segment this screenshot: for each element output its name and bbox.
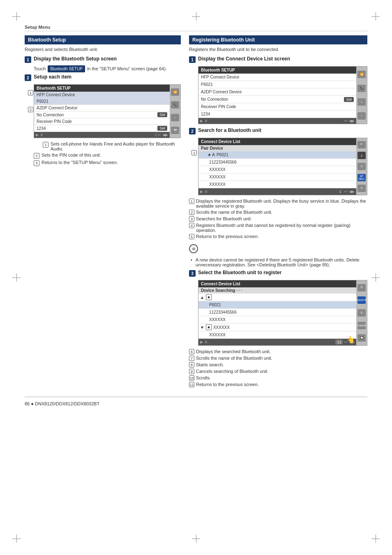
right-step3-num: 3 <box>189 270 196 277</box>
rs3-row2: 11223344556​6 <box>198 309 356 316</box>
rl2-item5: 5 Returns to the previous screen. <box>189 234 367 239</box>
right-box-subtitle: Registers the Bluetooth unit to be conne… <box>189 47 367 52</box>
rs3-cancel-btn[interactable]: Cancel <box>357 322 366 329</box>
rl3-item6: 6 Displays the searched Bluetooth unit. <box>189 349 367 354</box>
rl2-badge3: 3 <box>189 216 194 222</box>
bluetooth-setup-screen: Bluetooth SETUP HFP Connect Device P6021… <box>34 84 181 138</box>
screen-row-pin-label: Receiver PIN Code <box>34 118 170 125</box>
note-text: A new device cannot be registered if the… <box>191 257 367 267</box>
screen-row-hfp-label: HFP Connect Device <box>34 92 170 98</box>
right-screen3: Connect Device List Device Searching · ·… <box>198 280 367 346</box>
rl3-badge8: 8 <box>189 362 194 368</box>
rl3-text6: Displays the searched Bluetooth unit. <box>196 349 271 354</box>
rs1-icon2: 📞 <box>357 85 366 92</box>
rl3-item9: 9 Cancels searching of Bluetooth unit. <box>189 369 367 374</box>
screen-row-a2dp-label: A2DP Connect Device <box>34 105 170 111</box>
rl3-text11: Returns to the previous screen. <box>196 382 259 387</box>
rs3-checkbox1: ■ <box>206 294 212 300</box>
hand-pointer: 👆 <box>347 335 355 343</box>
set-btn-a2dp[interactable]: Set <box>157 112 167 117</box>
right-step3: 3 Select the Bluetooth unit to register <box>189 270 367 277</box>
rs3-row1: P6021 <box>198 301 356 309</box>
rs3-right-panel: 6 Search 8 Cancel 🔲 <box>356 280 367 345</box>
left-box-subtitle: Registers and selects Bluetooth unit. <box>25 47 181 52</box>
rs3-icon-a: 6 <box>357 284 366 291</box>
rl3-badge9: 9 <box>189 369 194 374</box>
set-btn-pin[interactable]: Set <box>157 126 167 131</box>
right-step1-label: Display the Connect Device List screen <box>198 56 290 62</box>
rs2-right-panel: 🔍 2 3 SPDEV 5 <box>356 138 367 195</box>
rs2-icon1: ★ A <box>208 153 215 157</box>
right-step2-num: 2 <box>189 128 196 134</box>
screen-row-no-connection: No Connection Set <box>34 111 170 118</box>
rl2-item4: 4 Registers Bluetooth unit that cannot b… <box>189 223 367 233</box>
right-screen1-panel: 📶 📞 ♪ ☞ <box>356 67 367 124</box>
rs3-search-btn[interactable]: Search <box>357 296 366 304</box>
right-column: Registering Bluetooth Unit Registers the… <box>189 35 367 388</box>
crosshair-bc <box>192 534 200 543</box>
rs2-row4: XXXXXX <box>198 173 356 181</box>
rl3-badge7: 7 <box>189 356 194 361</box>
rl3-text9: Cancels searching of Bluetooth unit. <box>196 369 268 374</box>
right-step2: 2 Search for a Bluetooth unit <box>189 127 367 134</box>
rs1-bottom: ▶ ⏸↩ ◀▶ <box>198 118 356 124</box>
rs2-icon-d: SPDEV <box>357 174 366 181</box>
crosshair-bl <box>12 534 21 543</box>
rs1-row3: A2DP Connect Device <box>198 88 356 96</box>
rl2-item2: 2 Scrolls the name of the Bluetooth unit… <box>189 210 367 215</box>
bluetooth-setup-btn[interactable]: Bluetooth SETUP <box>48 65 85 72</box>
rl2-item1: 1 Displays the registered Bluetooth unit… <box>189 199 367 208</box>
right-screen2: Connect Device List Pair Device ★ A P602… <box>198 138 367 195</box>
rs3-checkbox2: ■ <box>206 324 212 330</box>
crosshair-br <box>371 534 380 543</box>
rs1-row2: P6021 <box>198 81 356 88</box>
rs2-badge1: 1 <box>191 150 197 155</box>
rs1-set-btn[interactable]: Set <box>344 97 354 102</box>
rs3-row0: ▲ ■ <box>198 294 356 301</box>
rs3-icon-e: 🔲 <box>357 334 366 342</box>
rl2-text2: Scrolls the name of the Bluetooth unit. <box>196 210 272 215</box>
item3-text: Returns to the "SETUP Menu" screen. <box>42 160 118 165</box>
right-step1: 1 Display the Connect Device List screen <box>189 56 367 63</box>
rs2-row2: 11223344556​6 <box>198 159 356 166</box>
list-item-3: 3 Returns to the "SETUP Menu" screen. <box>34 160 181 166</box>
right-screen1: Bluetooth SETUP HFP Connect Device P6021… <box>198 66 367 124</box>
right-step1-num: 1 <box>189 56 196 63</box>
rs1-icon4: ☞ <box>357 112 366 120</box>
rl3-badge10: 10 <box>189 375 194 381</box>
right-step3-label: Select the Bluetooth unit to register <box>198 270 281 275</box>
rl3-text10: Scrolls. <box>196 375 211 380</box>
note-block: ⊕ <box>189 242 367 255</box>
rs3-header: Connect Device List <box>198 280 356 287</box>
rs2-row3: XXXXXX <box>198 166 356 173</box>
rs2-row5: XXXXXX <box>198 181 356 188</box>
rl3-item8: 8 Starts search. <box>189 362 367 368</box>
rl3-item10: 10 Scrolls. <box>189 375 367 381</box>
rl3-item7: 7 Scrolls the name of the Bluetooth unit… <box>189 356 367 361</box>
rl2-badge5: 5 <box>189 234 194 239</box>
step2-num: 2 <box>25 74 31 81</box>
rl3-text8: Starts search. <box>196 362 224 367</box>
rs2-icon-c: 3 <box>357 163 366 170</box>
screen-bottom-bar-left: ▶ ⏸ 2 ↩ ◀▶ <box>34 132 170 138</box>
rl2-text4: Registers Bluetooth unit that cannot be … <box>196 223 367 233</box>
rl3-badge6: 6 <box>189 349 194 354</box>
rs3-icon-c: 8 <box>357 309 366 317</box>
section-header: Setup Menu <box>25 25 367 31</box>
badge-1: 1 <box>28 90 33 95</box>
rl2-text3: Searches for Bluetooth unit. <box>196 216 252 221</box>
rs3-row4: ▼ ■ XXXXXX <box>198 324 356 331</box>
rs1-row6: 1234 <box>198 111 356 118</box>
rs2-bottom: ▶ ⏸ 1 ↩ ◀▶ <box>198 188 356 195</box>
screen-header: Bluetooth SETUP <box>34 85 170 92</box>
rs1-icon3: ♪ <box>357 98 366 106</box>
rs2-sub: Pair Device <box>198 145 356 151</box>
rl2-badge4: 4 <box>189 223 194 228</box>
rs3-row5: XXXXXX <box>198 331 356 339</box>
left-screen-right-panel: 📶 📞 ♪ 🗺 <box>170 85 180 138</box>
icon-phone: 📞 <box>171 101 179 109</box>
left-step1: 1 Display the Bluetooth Setup screen <box>25 56 181 63</box>
step2-label: Setup each item <box>34 74 71 80</box>
step1-num: 1 <box>25 56 31 63</box>
rs2-row1: ★ A P6021 <box>198 151 356 159</box>
